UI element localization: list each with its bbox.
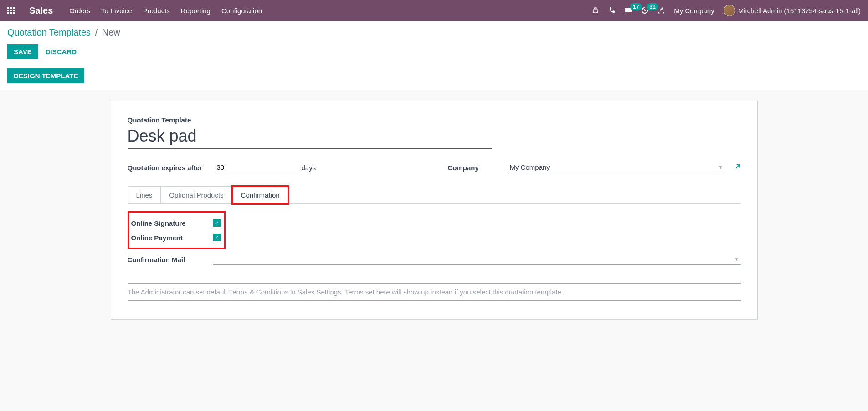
debug-icon[interactable] — [592, 7, 599, 14]
breadcrumb-row: Quotation Templates / New — [0, 21, 868, 38]
company-label: Company — [448, 164, 503, 172]
nav-reporting[interactable]: Reporting — [181, 7, 211, 15]
activities-badge: 31 — [647, 3, 658, 10]
terms-textarea[interactable]: The Administrator can set default Terms … — [128, 283, 741, 301]
activities-icon[interactable]: 31 — [641, 7, 648, 14]
company-switcher[interactable]: My Company — [674, 7, 714, 15]
user-name: Mitchell Admin (16113754-saas-15-1-all) — [738, 7, 861, 15]
highlighted-checkbox-group: Online Signature ✓ Online Payment ✓ — [128, 211, 226, 249]
tab-optional-products[interactable]: Optional Products — [161, 186, 232, 203]
expires-suffix: days — [302, 164, 316, 172]
template-name-input[interactable] — [128, 126, 492, 149]
form-sheet: Quotation Template Quotation expires aft… — [111, 101, 758, 320]
top-navbar: Sales Orders To Invoice Products Reporti… — [0, 0, 868, 21]
breadcrumb-parent[interactable]: Quotation Templates — [7, 27, 91, 37]
online-payment-checkbox[interactable]: ✓ — [213, 234, 221, 241]
expires-days-input[interactable] — [217, 162, 294, 173]
avatar — [724, 5, 735, 16]
online-signature-checkbox[interactable]: ✓ — [213, 219, 221, 227]
expires-label: Quotation expires after — [128, 164, 210, 172]
online-payment-label: Online Payment — [129, 234, 213, 242]
nav-orders[interactable]: Orders — [69, 7, 90, 15]
nav-to-invoice[interactable]: To Invoice — [101, 7, 132, 15]
discard-button[interactable]: DISCARD — [46, 48, 77, 56]
tools-icon[interactable] — [657, 7, 665, 14]
messages-icon[interactable]: 17 — [625, 7, 632, 14]
chevron-down-icon: ▼ — [719, 165, 723, 170]
confirmation-pane: Online Signature ✓ Online Payment ✓ Conf… — [128, 204, 741, 301]
breadcrumb-current: New — [102, 27, 120, 37]
company-value: My Company — [510, 163, 550, 171]
external-link-icon[interactable] — [734, 163, 741, 172]
breadcrumb-separator: / — [95, 27, 98, 37]
messages-badge: 17 — [630, 3, 642, 10]
user-menu[interactable]: Mitchell Admin (16113754-saas-15-1-all) — [724, 5, 861, 16]
confirmation-mail-select[interactable]: ▼ — [213, 254, 741, 265]
company-select[interactable]: My Company ▼ — [510, 162, 723, 173]
nav-products[interactable]: Products — [143, 7, 170, 15]
tab-lines[interactable]: Lines — [128, 186, 161, 203]
design-template-button[interactable]: DESIGN TEMPLATE — [7, 68, 84, 83]
online-signature-label: Online Signature — [129, 219, 213, 227]
nav-configuration[interactable]: Configuration — [221, 7, 262, 15]
actions-row: SAVE DISCARD — [0, 38, 868, 65]
chevron-down-icon: ▼ — [734, 257, 739, 262]
tabs: Lines Optional Products Confirmation — [128, 186, 741, 204]
title-label: Quotation Template — [128, 116, 741, 124]
save-button[interactable]: SAVE — [7, 44, 38, 59]
design-row: DESIGN TEMPLATE — [0, 65, 868, 90]
breadcrumb: Quotation Templates / New — [7, 27, 861, 38]
apps-icon[interactable] — [7, 7, 15, 14]
confirmation-mail-label: Confirmation Mail — [128, 256, 213, 264]
tab-confirmation[interactable]: Confirmation — [232, 186, 288, 204]
phone-icon[interactable] — [608, 7, 616, 14]
app-title[interactable]: Sales — [29, 5, 53, 16]
